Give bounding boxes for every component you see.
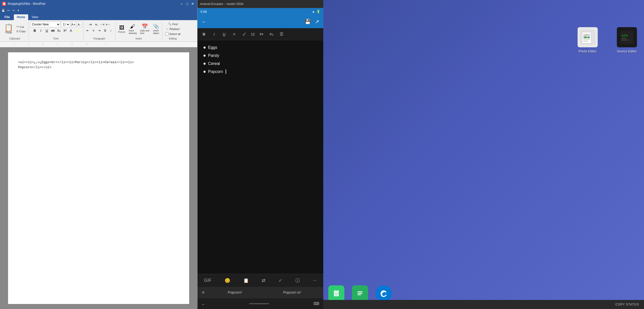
highlight-format-button[interactable]: 🖊 xyxy=(240,30,249,39)
svg-point-3 xyxy=(585,34,587,36)
bold-format-button[interactable]: B xyxy=(199,30,209,39)
align-justify-button[interactable]: ☰ xyxy=(102,28,108,33)
clipboard-button[interactable]: 📋 xyxy=(241,277,251,284)
qat-redo-button[interactable]: ↪ xyxy=(11,8,16,13)
font-size-display: 12 xyxy=(250,32,256,36)
insert-object-button[interactable]: 📎 Insertobject xyxy=(152,23,160,35)
check-button[interactable]: ✓ xyxy=(276,277,284,284)
subscript-button[interactable]: X₂ xyxy=(56,28,62,33)
cut-button[interactable]: ✂ Cut xyxy=(15,25,27,29)
toolbar-right: 💾 ↗ xyxy=(304,18,320,26)
photo-editor-icon[interactable]: Photo Editor xyxy=(576,25,600,55)
font-color-button[interactable]: A xyxy=(68,28,74,33)
minimize-button[interactable]: ─ xyxy=(179,1,184,6)
battery-icon: 🔋 xyxy=(316,10,320,13)
list-item: Cereal xyxy=(204,61,317,66)
find-button[interactable]: 🔍 Find xyxy=(167,22,179,26)
bullet-icon xyxy=(204,63,206,65)
select-all-checkbox[interactable] xyxy=(165,32,169,35)
edge-browser-icon[interactable] xyxy=(376,285,392,301)
qat-undo-button[interactable]: ↩ xyxy=(6,8,11,13)
autocomplete-suggestion-2[interactable]: Popcorn is³ xyxy=(264,289,321,295)
highlight-button[interactable]: A xyxy=(74,28,80,33)
editor-content[interactable]: Eggs Parsly Cereal Popcorn xyxy=(197,40,323,274)
phone-svg xyxy=(332,289,340,297)
desktop-icons: Photo Editor </> Source Editor xyxy=(328,5,639,55)
autocomplete-suggestion-1[interactable]: Popcorn² xyxy=(206,289,264,295)
replace-button[interactable]: ↔ Replace xyxy=(165,27,181,31)
bullet-icon xyxy=(204,47,206,49)
indent-decrease-button[interactable]: ←≡ xyxy=(99,22,105,27)
autocomplete-close-button[interactable]: ✕ xyxy=(200,289,206,296)
unordered-list-button[interactable]: ≡• xyxy=(88,22,93,27)
picture-icon: 🖼 xyxy=(119,25,124,31)
align-format-button[interactable]: ☰ xyxy=(277,30,286,39)
align-right-button[interactable]: ⇥ xyxy=(97,28,102,33)
copy-status-text: COPY STATUS xyxy=(615,303,639,306)
info-button[interactable]: ⓘ xyxy=(293,277,302,285)
gif-button[interactable]: GIF xyxy=(202,277,214,284)
source-editor-label: Source Editor xyxy=(617,49,637,53)
underline-button[interactable]: U xyxy=(44,28,50,33)
tab-view[interactable]: View xyxy=(29,14,41,20)
underline-format-button[interactable]: U xyxy=(220,30,229,39)
ordered-list-format-button[interactable]: ≡₁ xyxy=(267,30,276,39)
share-button[interactable]: ↗ xyxy=(314,18,320,26)
qat-save-button[interactable]: 💾 xyxy=(1,8,6,13)
align-center-button[interactable]: ≡ xyxy=(91,28,96,33)
source-editor-icon[interactable]: </> Source Editor xyxy=(615,25,639,55)
tab-file[interactable]: File xyxy=(1,14,13,20)
font-format-row: B I U ab X₂ X² A A xyxy=(32,28,80,33)
font-size-select[interactable]: 11 xyxy=(61,22,70,27)
superscript-button[interactable]: X² xyxy=(62,28,68,33)
list-item: Popcorn xyxy=(204,69,317,74)
picture-button[interactable]: 🖼 Picture xyxy=(117,24,127,34)
svg-rect-5 xyxy=(583,41,588,42)
editing-label: Editing xyxy=(169,36,177,40)
font-shrink-button[interactable]: A- xyxy=(77,22,82,27)
list-buttons: ≡• ≡₁ ←≡ ≡→ xyxy=(88,22,111,27)
font-group: Courier New 11 A+ A- B I U ab X₂ X² A xyxy=(29,21,84,41)
more-button[interactable]: ··· xyxy=(311,277,319,284)
unordered-list-format-button[interactable]: ≡• xyxy=(257,30,266,39)
wifi-icon: ▲ xyxy=(312,10,315,13)
emoji-button[interactable]: 😊 xyxy=(223,277,232,284)
ordered-list-button[interactable]: ≡₁ xyxy=(94,22,99,27)
bullet-icon xyxy=(204,55,206,57)
italic-format-button[interactable]: I xyxy=(210,30,219,39)
picture-label: Picture xyxy=(118,31,125,33)
maximize-button[interactable]: □ xyxy=(185,1,190,6)
save-button[interactable]: 💾 xyxy=(304,18,312,26)
datetime-button[interactable]: 📅 Date andtime xyxy=(139,23,151,35)
strikethrough-button[interactable]: ab xyxy=(50,28,56,33)
font-name-select[interactable]: Courier New xyxy=(30,22,60,27)
status-icons: ▲ 🔋 xyxy=(312,10,320,13)
indent-increase-button[interactable]: ≡→ xyxy=(105,22,111,27)
font-grow-button[interactable]: A+ xyxy=(71,22,76,27)
document-page[interactable]: <ul><li>¿¡»¿Eggs<br></li><li>Parsly</li>… xyxy=(8,52,189,304)
tab-home[interactable]: Home xyxy=(14,14,28,20)
back-button[interactable]: ← xyxy=(200,18,208,26)
phone-icon[interactable] xyxy=(328,285,344,301)
font-color-format-button[interactable]: A xyxy=(230,30,239,39)
keyboard-collapse-button[interactable]: ⌄ xyxy=(202,301,205,306)
copy-button[interactable]: ⎘ Copy xyxy=(15,29,27,33)
ribbon: 📋 Paste ✂ Cut ⎘ Copy Clipboard xyxy=(0,20,197,42)
align-left-button[interactable]: ⇤ xyxy=(85,28,91,33)
bold-button[interactable]: B xyxy=(32,28,37,33)
italic-button[interactable]: I xyxy=(38,28,44,33)
green-app-icon[interactable] xyxy=(352,285,368,301)
datetime-label: Date andtime xyxy=(140,29,149,34)
android-desktop: Photo Editor </> Source Editor xyxy=(323,0,644,309)
line-spacing-button[interactable]: ↕ xyxy=(108,28,114,33)
editing-buttons: 🔍 Find ↔ Replace Select all xyxy=(164,22,182,36)
window-title: Shopping%20list - WordPad xyxy=(8,2,45,6)
paint-button[interactable]: 🖌 Paintdrawing xyxy=(128,23,138,35)
select-all-button[interactable]: Select all xyxy=(164,31,182,36)
list-item-text: Parsly xyxy=(208,53,219,58)
paste-button[interactable]: 📋 Paste xyxy=(3,23,15,35)
close-button[interactable]: ✕ xyxy=(190,1,195,6)
translate-button[interactable]: ⇄ xyxy=(260,277,267,284)
qat-customize-button[interactable]: ▾ xyxy=(16,8,21,13)
keyboard-icon[interactable]: ⌨ xyxy=(313,301,319,306)
